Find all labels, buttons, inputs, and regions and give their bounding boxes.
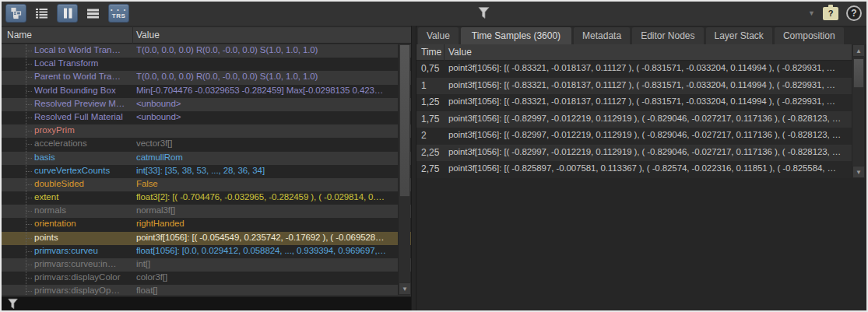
attribute-name: Local to World Tran… [34, 45, 132, 54]
scroll-up-button[interactable]: ▲ [852, 44, 865, 57]
time-sample-row[interactable]: 1,25point3f[1056]: [( -0.83321, -0.01813… [416, 94, 852, 111]
time-sample-row[interactable]: 2,25point3f[1056]: [( -0.82997, -0.01221… [416, 145, 852, 162]
filter-funnel-icon [6, 297, 20, 311]
attribute-row[interactable]: Resolved Preview M…<unbound> [2, 98, 411, 111]
left-scrollbar[interactable]: ▼ [398, 44, 410, 295]
row-view-button[interactable] [83, 4, 104, 23]
list-view-button[interactable] [31, 4, 52, 23]
attribute-name: normals [34, 205, 132, 215]
column-divider[interactable] [444, 44, 445, 61]
attribute-value: T(0.0, 0.0, 0.0) R(0.0, -0.0, 0.0) S(1.0… [136, 45, 393, 54]
top-toolbar: • • • TRS ▼ ? ? [2, 2, 866, 25]
attribute-value: <unbound> [136, 112, 393, 121]
attribute-row[interactable]: accelerationsvector3f[] [2, 138, 411, 151]
trs-view-button[interactable]: • • • TRS [108, 4, 129, 23]
attribute-row[interactable]: Parent to World Tra…T(0.0, 0.0, 0.0) R(0… [2, 71, 411, 84]
attribute-row[interactable]: basiscatmullRom [2, 152, 411, 165]
attribute-list-header: Name Value [2, 27, 411, 44]
sample-value: point3f[1056]: [( -0.83321, -0.018137, 0… [448, 96, 849, 106]
help-icon[interactable]: ? [846, 5, 862, 21]
attribute-value: catmullRom [136, 152, 393, 162]
attribute-name: orientation [34, 219, 132, 228]
attribute-name: Resolved Preview M… [34, 99, 132, 108]
attribute-value: point3f[1056]: [( -0.054549, 0.235742, -… [136, 233, 393, 242]
attribute-row[interactable]: curveVertexCountsint[33]: [35, 38, 53, .… [2, 165, 411, 178]
view-mode-buttons: • • • TRS [5, 4, 129, 23]
attribute-value: float[1056]: [0.0, 0.029412, 0.058824, .… [136, 246, 393, 255]
attribute-value: vector3f[] [136, 138, 393, 148]
time-sample-row[interactable]: 0,75point3f[1056]: [( -0.83321, -0.01813… [416, 61, 852, 78]
tab-composition[interactable]: Composition [775, 27, 844, 44]
attribute-name: basis [34, 152, 132, 162]
panel-splitter[interactable] [411, 26, 416, 310]
dropdown-arrow-icon[interactable]: ▼ [808, 9, 815, 17]
detail-tabs: ValueTime Samples (3600)MetadataEditor N… [416, 27, 866, 44]
attribute-row[interactable]: primvars:displayOp…float[] [2, 285, 411, 295]
attribute-row[interactable]: primvars:curveufloat[1056]: [0.0, 0.0294… [2, 245, 411, 258]
scroll-down-button[interactable]: ▼ [852, 166, 865, 178]
attribute-value: normal3f[] [136, 205, 393, 215]
attribute-value: float[] [136, 286, 393, 295]
name-column-header[interactable]: Name [7, 30, 32, 40]
sample-value: point3f[1056]: [( -0.83321, -0.018137, 0… [448, 80, 849, 89]
attribute-name: Local Transform [34, 58, 132, 68]
hint-note-icon[interactable]: ? [823, 7, 838, 20]
attribute-value: rightHanded [136, 219, 393, 228]
hierarchy-view-button[interactable] [5, 4, 26, 23]
attribute-name: Resolved Full Material [34, 112, 132, 121]
rows-icon [86, 7, 100, 19]
attribute-row[interactable]: World Bounding BoxMin[-0.704476 -0.03296… [2, 85, 411, 98]
attribute-name: primvars:displayOp… [34, 286, 132, 295]
attribute-row[interactable]: primvars:curveu:in…int[] [2, 258, 411, 272]
time-sample-rows: 0,75point3f[1056]: [( -0.83321, -0.01813… [416, 61, 852, 178]
attribute-row[interactable]: Local to World Tran…T(0.0, 0.0, 0.0) R(0… [2, 44, 411, 58]
attribute-value: Min[-0.704476 -0.0329653 -0.282459] Max[… [136, 86, 393, 95]
attribute-row[interactable]: normalsnormal3f[] [2, 205, 411, 218]
tab-time-samples-3600[interactable]: Time Samples (3600) [461, 27, 571, 44]
attribute-value: float3[2]: [( -0.704476, -0.032965, -0.2… [136, 192, 393, 202]
attribute-row[interactable]: Local Transform [2, 58, 411, 71]
attribute-value: int[] [136, 259, 393, 268]
attribute-row[interactable]: Resolved Full Material<unbound> [2, 111, 411, 124]
attribute-row[interactable]: pointspoint3f[1056]: [( -0.054549, 0.235… [2, 232, 411, 245]
tab-editor-nodes[interactable]: Editor Nodes [632, 27, 703, 44]
time-sample-row[interactable]: 1point3f[1056]: [( -0.83321, -0.018137, … [416, 78, 852, 95]
attribute-value: T(0.0, 0.0, 0.0) R(0.0, -0.0, 0.0) S(1.0… [136, 72, 393, 81]
attribute-name: points [34, 233, 132, 242]
scroll-down-button[interactable]: ▼ [399, 282, 411, 295]
time-column-header[interactable]: Time [421, 47, 441, 58]
attribute-name: extent [34, 192, 132, 202]
sample-time: 2 [421, 130, 427, 141]
time-sample-row[interactable]: 2point3f[1056]: [( -0.82997, -0.012219, … [416, 128, 852, 145]
attribute-row[interactable]: primvars:displayColorcolor3f[] [2, 272, 411, 285]
right-scrollbar[interactable]: ▲ ▼ [852, 44, 864, 178]
attribute-name: doubleSided [34, 179, 132, 188]
attribute-value: False [136, 179, 393, 188]
filter-icon[interactable] [476, 5, 492, 21]
trs-icon: • • • TRS [111, 7, 127, 19]
attribute-name: proxyPrim [34, 125, 132, 135]
value-column-header[interactable]: Value [448, 47, 472, 58]
right-scrollbar-thumb[interactable] [853, 58, 864, 88]
column-divider[interactable] [132, 27, 133, 44]
left-scrollbar-thumb[interactable] [399, 44, 410, 197]
tab-layer-stack[interactable]: Layer Stack [706, 27, 772, 44]
column-view-button[interactable] [57, 4, 78, 23]
toolbar-right-icons: ▼ ? ? [808, 4, 862, 23]
attribute-row[interactable]: doubleSidedFalse [2, 178, 411, 191]
attribute-detail-panel: ValueTime Samples (3600)MetadataEditor N… [416, 26, 866, 310]
sample-time: 1,25 [421, 96, 439, 107]
usd-attribute-panel: • • • TRS ▼ ? ? Name Value Local to Worl… [0, 0, 868, 312]
trs-label: TRS [112, 13, 126, 19]
attribute-rows: Local to World Tran…T(0.0, 0.0, 0.0) R(0… [2, 44, 411, 295]
attribute-name: curveVertexCounts [34, 166, 132, 175]
time-sample-row[interactable]: 1,75point3f[1056]: [( -0.82997, -0.01221… [416, 111, 852, 128]
value-column-header[interactable]: Value [136, 30, 160, 40]
time-sample-row[interactable]: 2,75point3f[1056]: [( -0.825897, -0.0075… [416, 161, 852, 178]
attribute-row[interactable]: proxyPrim [2, 124, 411, 138]
attribute-row[interactable]: extentfloat3[2]: [( -0.704476, -0.032965… [2, 191, 411, 205]
tab-metadata[interactable]: Metadata [574, 27, 630, 44]
tab-value[interactable]: Value [418, 27, 459, 44]
attribute-filter-bar[interactable] [2, 296, 411, 310]
attribute-row[interactable]: orientationrightHanded [2, 218, 411, 231]
